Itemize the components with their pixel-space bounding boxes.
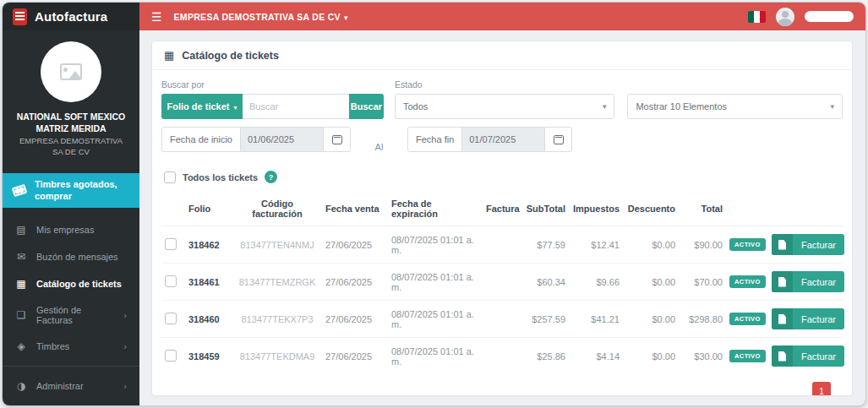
filters-section: Buscar por Folio de ticket▾ Buscar Estad…	[152, 70, 852, 155]
company-subtitle: EMPRESA DEMOSTRATIVA SA DE CV	[11, 136, 131, 158]
column-header-subtotal: SubTotal	[518, 192, 569, 226]
descuento-cell: $0.00	[623, 338, 679, 375]
page-1-button[interactable]: 1	[812, 382, 831, 396]
calendar-icon[interactable]	[544, 127, 572, 152]
sidebar-profile: NATIONAL SOFT MEXICO MATRIZ MERIDA EMPRE…	[3, 30, 139, 166]
document-icon: ❏	[15, 309, 27, 321]
column-header-fecha-de-expiraci-n: Fecha de expiración	[388, 192, 483, 226]
select-all-row: Todos los tickets ?	[164, 171, 843, 183]
timbres-alert-banner[interactable]: Timbres agotados, comprar	[3, 173, 139, 209]
factura-cell	[483, 338, 518, 375]
sidebar-item-buz-n-de-mensajes[interactable]: ✉ Buzón de mensajes	[3, 243, 139, 270]
fecha-inicio-input[interactable]	[241, 127, 323, 152]
total-cell: $298.80	[679, 301, 726, 338]
tickets-table: FolioCódigo facturaciónFecha ventaFecha …	[161, 192, 843, 374]
sidebar-item-cat-logo-de-tickets[interactable]: ▦ Catálogo de tickets	[3, 270, 139, 297]
sidebar: NATIONAL SOFT MEXICO MATRIZ MERIDA EMPRE…	[3, 30, 139, 405]
impuestos-cell: $41.21	[569, 301, 623, 338]
username-pill[interactable]	[805, 11, 854, 22]
facturar-button[interactable]: Facturar	[772, 308, 844, 329]
factura-cell	[483, 226, 518, 264]
column-header-total: Total	[679, 192, 726, 226]
descuento-cell: $0.00	[623, 301, 679, 338]
table-row: 318462 813477TEN4NMJ 27/06/2025 08/07/20…	[161, 226, 843, 264]
topbar-right	[748, 8, 854, 26]
chevron-down-icon: ▾	[233, 104, 237, 112]
chevron-down-icon: ▾	[830, 102, 834, 111]
row-checkbox[interactable]	[165, 350, 177, 362]
fecha-fin-input[interactable]	[462, 127, 544, 152]
help-icon[interactable]: ?	[265, 171, 277, 183]
row-checkbox[interactable]	[165, 313, 177, 324]
sidebar-item-configuraci-n[interactable]: ⚙ Configuración ›	[3, 400, 139, 405]
brand-header: Autofactura	[3, 3, 139, 30]
folio-cell: 318459	[185, 338, 232, 375]
status-badge: ACTIVO	[729, 350, 766, 362]
fecha-inicio-label: Fecha de inicio	[161, 127, 241, 152]
company-selector-dropdown[interactable]: EMPRESA DEMOSTRATIVA SA DE CV▾	[174, 12, 348, 22]
hamburger-menu-icon[interactable]: ☰	[151, 11, 162, 23]
fecha-expiracion-cell: 08/07/2025 01:01 a. m.	[388, 301, 483, 338]
column-header-folio: Folio	[185, 192, 232, 226]
page-size-select[interactable]: Mostrar 10 Elementos▾	[627, 94, 843, 119]
row-checkbox[interactable]	[165, 275, 177, 287]
status-badge: ACTIVO	[729, 238, 766, 251]
calendar-icon[interactable]	[323, 127, 351, 152]
fecha-venta-cell: 27/06/2025	[322, 338, 388, 375]
estado-label: Estado	[395, 79, 614, 90]
total-cell: $30.00	[679, 338, 726, 375]
action-column-header	[768, 192, 843, 226]
contrast-icon: ◑	[15, 380, 27, 392]
facturar-button[interactable]: Facturar	[772, 271, 844, 292]
ticket-icon	[12, 184, 28, 197]
sidebar-item-label: Buzón de mensajes	[36, 252, 118, 262]
user-avatar[interactable]	[776, 8, 794, 26]
codigo-cell: 813477TEMZRGK	[232, 264, 322, 301]
sidebar-item-mis-empresas[interactable]: ▤ Mis empresas	[3, 216, 139, 243]
search-input[interactable]	[243, 94, 349, 119]
grid-list-icon: ▦	[164, 49, 174, 62]
building-icon: ▤	[15, 224, 27, 236]
fecha-expiracion-cell: 08/07/2025 01:01 a. m.	[388, 338, 483, 375]
al-label: Al	[351, 142, 407, 152]
subtotal-cell: $257.59	[518, 301, 569, 338]
document-icon	[772, 345, 793, 367]
subtotal-cell: $77.59	[518, 226, 569, 264]
sidebar-item-label: Administrar	[36, 381, 84, 391]
company-name: NATIONAL SOFT MEXICO MATRIZ MERIDA	[11, 111, 131, 134]
codigo-cell: 813477TEKDMA9	[232, 338, 322, 375]
total-cell: $90.00	[679, 226, 726, 264]
facturar-button[interactable]: Facturar	[772, 234, 844, 255]
search-type-dropdown[interactable]: Folio de ticket▾	[161, 94, 243, 119]
sidebar-item-label: Gestión de Facturas	[36, 305, 114, 325]
column-header-descuento: Descuento	[623, 192, 679, 226]
fecha-venta-cell: 27/06/2025	[322, 226, 388, 264]
company-avatar[interactable]	[41, 41, 101, 102]
chevron-down-icon: ▾	[603, 102, 607, 111]
stamp-icon: ◈	[15, 340, 27, 352]
sidebar-item-gesti-n-de-facturas[interactable]: ❏ Gestión de Facturas ›	[3, 297, 139, 333]
image-placeholder-icon	[60, 63, 82, 80]
sidebar-item-timbres[interactable]: ◈ Timbres ›	[3, 333, 139, 360]
fecha-fin-label: Fecha fin	[407, 127, 462, 152]
sidebar-item-administrar[interactable]: ◑ Administrar ›	[3, 373, 139, 400]
table-row: 318460 813477TEKX7P3 27/06/2025 08/07/20…	[161, 301, 843, 338]
select-all-checkbox[interactable]	[164, 171, 176, 183]
column-header-impuestos: Impuestos	[569, 192, 623, 226]
topbar: ☰ EMPRESA DEMOSTRATIVA SA DE CV▾	[139, 3, 865, 30]
column-header-c-digo-facturaci-n: Código facturación	[232, 192, 322, 226]
banner-label: Timbres agotados, comprar	[35, 179, 129, 203]
row-checkbox[interactable]	[165, 238, 177, 250]
column-header-factura: Factura	[483, 192, 518, 226]
facturar-button[interactable]: Facturar	[772, 345, 844, 367]
descuento-cell: $0.00	[623, 264, 679, 301]
search-button[interactable]: Buscar	[349, 94, 384, 119]
tickets-grid-icon: ▦	[15, 278, 27, 290]
folio-cell: 318462	[185, 226, 232, 264]
sidebar-item-label: Catálogo de tickets	[36, 279, 122, 289]
mexico-flag-icon[interactable]	[748, 11, 766, 23]
folio-cell: 318460	[185, 301, 232, 338]
document-icon	[772, 271, 793, 292]
estado-select[interactable]: Todos▾	[395, 94, 614, 119]
tickets-table-section: Todos los tickets ? FolioCódigo facturac…	[152, 155, 852, 396]
